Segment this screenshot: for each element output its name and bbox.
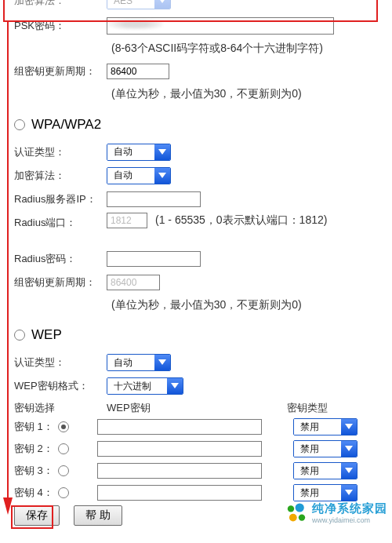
wep-key-input[interactable] xyxy=(97,419,262,435)
watermark-title: 纯净系统家园 xyxy=(312,501,387,516)
wep-key-type-select[interactable]: 禁用 xyxy=(293,462,358,479)
radius-port-label: Radius端口： xyxy=(14,213,107,230)
encrypt-algo-label: 加密算法： xyxy=(14,0,107,8)
wep-key-label: 密钥 1： xyxy=(14,420,58,434)
wep-key-type-select[interactable]: 禁用 xyxy=(293,484,358,501)
psk-hint: (8-63个ASCII码字符或8-64个十六进制字符) xyxy=(111,39,392,56)
wep-key-select-radio[interactable] xyxy=(58,487,69,498)
radius-ip-input[interactable] xyxy=(107,191,201,207)
wpa-radio[interactable] xyxy=(14,119,25,130)
wep-key-type-value: 禁用 xyxy=(294,485,341,501)
encrypt-algo-value: AES xyxy=(107,0,154,9)
wep-key-select-radio[interactable] xyxy=(58,421,69,432)
wep-format-label: WEP密钥格式： xyxy=(14,379,107,393)
wep-section-title: WEP xyxy=(31,327,62,343)
wep-auth-label: 认证类型： xyxy=(14,355,107,370)
svg-point-2 xyxy=(288,505,294,512)
group-key-hint: (单位为秒，最小值为30，不更新则为0) xyxy=(111,85,392,102)
wep-col-key: WEP密钥 xyxy=(107,401,287,415)
wpa-auth-label: 认证类型： xyxy=(14,145,107,159)
watermark: 纯净系统家园 www.yidaimei.com xyxy=(285,501,387,524)
svg-point-3 xyxy=(296,503,304,512)
wep-key-type-value: 禁用 xyxy=(294,419,341,435)
wep-radio[interactable] xyxy=(14,330,25,341)
wpa-section-title: WPA/WPA2 xyxy=(31,117,101,133)
wpa-auth-select[interactable]: 自动 xyxy=(107,144,171,161)
wep-key-row: 密钥 4： 禁用 xyxy=(14,484,392,501)
svg-marker-1 xyxy=(3,497,13,515)
chevron-down-icon xyxy=(154,355,170,370)
chevron-down-icon xyxy=(167,378,183,394)
wpa-auth-value: 自动 xyxy=(107,144,154,160)
wpa-group-key-input[interactable] xyxy=(107,275,160,290)
wep-format-value: 十六进制 xyxy=(107,378,167,394)
wpa-encrypt-select[interactable]: 自动 xyxy=(107,167,171,184)
group-key-period-input[interactable] xyxy=(107,64,169,79)
logo-icon xyxy=(285,502,307,524)
wep-key-input[interactable] xyxy=(97,441,262,457)
wep-key-select-radio[interactable] xyxy=(58,443,69,454)
wpa-group-key-hint: (单位为秒，最小值为30，不更新则为0) xyxy=(111,296,392,313)
svg-point-4 xyxy=(289,513,297,521)
wep-key-input[interactable] xyxy=(97,485,262,501)
wep-key-type-value: 禁用 xyxy=(294,463,341,479)
wep-key-row: 密钥 1： 禁用 xyxy=(14,418,392,435)
psk-password-input[interactable] xyxy=(107,17,334,35)
wep-key-type-select[interactable]: 禁用 xyxy=(293,418,358,435)
encrypt-algo-select[interactable]: AES xyxy=(107,0,171,9)
radius-port-input[interactable] xyxy=(107,213,147,228)
save-button[interactable]: 保存 xyxy=(14,505,60,526)
wep-auth-select[interactable]: 自动 xyxy=(107,354,171,371)
chevron-down-icon xyxy=(341,441,357,457)
psk-password-label: PSK密码： xyxy=(14,19,107,33)
chevron-down-icon xyxy=(154,144,170,160)
radius-ip-label: Radius服务器IP： xyxy=(14,192,107,206)
wep-col-type: 密钥类型 xyxy=(287,401,365,415)
chevron-down-icon xyxy=(341,419,357,435)
wpa-group-key-label: 组密钥更新周期： xyxy=(14,275,107,290)
wep-key-row: 密钥 3： 禁用 xyxy=(14,462,392,479)
wep-key-type-select[interactable]: 禁用 xyxy=(293,440,358,457)
chevron-down-icon xyxy=(341,485,357,501)
svg-point-5 xyxy=(299,514,305,520)
wep-key-label: 密钥 4： xyxy=(14,486,58,500)
wep-key-label: 密钥 2： xyxy=(14,442,58,456)
wep-key-select-radio[interactable] xyxy=(58,465,69,476)
watermark-url: www.yidaimei.com xyxy=(312,516,387,524)
wep-key-label: 密钥 3： xyxy=(14,464,58,478)
wep-col-select: 密钥选择 xyxy=(14,401,107,415)
radius-pw-label: Radius密码： xyxy=(14,252,107,266)
wpa-encrypt-label: 加密算法： xyxy=(14,169,107,183)
chevron-down-icon xyxy=(154,168,170,184)
group-key-period-label: 组密钥更新周期： xyxy=(14,64,107,78)
chevron-down-icon xyxy=(154,0,170,9)
wep-key-type-value: 禁用 xyxy=(294,441,341,457)
wep-key-row: 密钥 2： 禁用 xyxy=(14,440,392,457)
help-button[interactable]: 帮 助 xyxy=(74,505,122,526)
wpa-encrypt-value: 自动 xyxy=(107,168,154,184)
chevron-down-icon xyxy=(341,463,357,479)
radius-port-hint: (1 - 65535，0表示默认端口：1812) xyxy=(155,213,327,228)
wep-auth-value: 自动 xyxy=(107,355,154,370)
wep-key-input[interactable] xyxy=(97,463,262,479)
wep-format-select[interactable]: 十六进制 xyxy=(107,377,183,395)
radius-pw-input[interactable] xyxy=(107,251,201,267)
